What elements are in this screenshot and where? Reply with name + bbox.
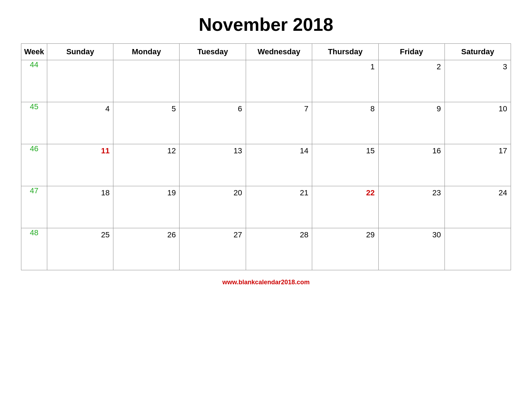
week-number-48: 48	[21, 228, 47, 270]
day-number: 16	[380, 146, 441, 155]
day-cell-week47-saturday: 24	[444, 186, 511, 228]
day-number: 13	[181, 146, 242, 155]
day-number: 8	[314, 104, 374, 113]
header-wednesday: Wednesday	[246, 44, 312, 60]
week-number-47: 47	[21, 186, 47, 228]
header-week: Week	[21, 44, 47, 60]
day-cell-week46-friday: 16	[378, 144, 444, 186]
day-cell-week47-thursday: 22	[312, 186, 378, 228]
day-number: 28	[247, 230, 309, 239]
week-number-45: 45	[21, 102, 47, 144]
day-number: 23	[380, 188, 441, 197]
header-friday: Friday	[378, 44, 444, 60]
calendar-title: November 2018	[199, 14, 333, 35]
day-number: 2	[380, 62, 441, 71]
day-cell-week47-tuesday: 20	[180, 186, 246, 228]
header-thursday: Thursday	[312, 44, 378, 60]
header-monday: Monday	[113, 44, 180, 60]
day-number: 18	[49, 188, 110, 197]
header-sunday: Sunday	[47, 44, 113, 60]
day-number: 21	[247, 188, 309, 197]
day-number: 3	[446, 62, 507, 71]
day-number: 19	[115, 188, 176, 197]
day-cell-week47-friday: 23	[378, 186, 444, 228]
day-number: 12	[115, 146, 176, 155]
day-cell-week48-wednesday: 28	[246, 228, 312, 270]
day-cell-week45-monday: 5	[113, 102, 180, 144]
day-cell-week48-saturday	[444, 228, 511, 270]
footer-url: www.blankcalendar2018.com	[222, 279, 309, 286]
day-number: 14	[247, 146, 309, 155]
header-tuesday: Tuesday	[180, 44, 246, 60]
calendar-table: Week Sunday Monday Tuesday Wednesday Thu…	[21, 43, 511, 270]
day-cell-week46-saturday: 17	[444, 144, 511, 186]
day-cell-week47-wednesday: 21	[246, 186, 312, 228]
day-cell-week45-friday: 9	[378, 102, 444, 144]
day-number: 30	[380, 230, 441, 239]
day-number: 11	[49, 146, 110, 155]
day-number: 7	[247, 104, 309, 113]
day-number: 5	[115, 104, 176, 113]
header-saturday: Saturday	[444, 44, 511, 60]
day-cell-week44-friday: 2	[378, 60, 444, 102]
day-cell-week44-monday	[113, 60, 180, 102]
day-cell-week45-thursday: 8	[312, 102, 378, 144]
day-number: 15	[314, 146, 374, 155]
day-cell-week45-tuesday: 6	[180, 102, 246, 144]
day-number: 22	[314, 188, 374, 197]
day-number: 17	[446, 146, 507, 155]
day-cell-week48-friday: 30	[378, 228, 444, 270]
day-number: 27	[181, 230, 242, 239]
day-cell-week44-sunday	[47, 60, 113, 102]
day-number: 24	[446, 188, 507, 197]
day-number: 29	[314, 230, 374, 239]
day-cell-week46-tuesday: 13	[180, 144, 246, 186]
day-cell-week48-sunday: 25	[47, 228, 113, 270]
week-number-46: 46	[21, 144, 47, 186]
day-cell-week45-wednesday: 7	[246, 102, 312, 144]
day-number: 25	[49, 230, 110, 239]
day-number: 20	[181, 188, 242, 197]
day-cell-week45-saturday: 10	[444, 102, 511, 144]
day-cell-week44-wednesday	[246, 60, 312, 102]
day-number: 26	[115, 230, 176, 239]
day-number: 1	[314, 62, 374, 71]
week-number-44: 44	[21, 60, 47, 102]
day-cell-week48-thursday: 29	[312, 228, 378, 270]
day-cell-week44-tuesday	[180, 60, 246, 102]
day-cell-week47-monday: 19	[113, 186, 180, 228]
day-cell-week46-wednesday: 14	[246, 144, 312, 186]
day-number: 6	[181, 104, 242, 113]
day-cell-week48-tuesday: 27	[180, 228, 246, 270]
day-cell-week48-monday: 26	[113, 228, 180, 270]
day-cell-week44-saturday: 3	[444, 60, 511, 102]
day-cell-week46-sunday: 11	[47, 144, 113, 186]
day-cell-week44-thursday: 1	[312, 60, 378, 102]
day-number: 9	[380, 104, 441, 113]
day-number: 10	[446, 104, 507, 113]
day-cell-week45-sunday: 4	[47, 102, 113, 144]
day-number: 4	[49, 104, 110, 113]
day-cell-week46-thursday: 15	[312, 144, 378, 186]
day-cell-week47-sunday: 18	[47, 186, 113, 228]
day-cell-week46-monday: 12	[113, 144, 180, 186]
